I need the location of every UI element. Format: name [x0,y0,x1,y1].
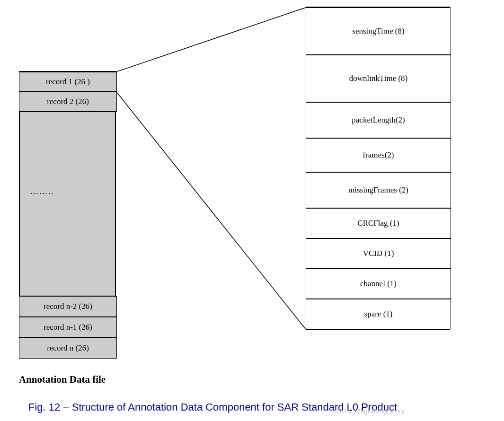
record-n-minus-2-cell: record n-2 (26) [19,296,117,317]
field-sensingtime-label: sensingTime (8) [352,26,404,36]
ellipsis-area: …….. [20,112,115,296]
record-structure-box: sensingTime (8) downlinkTime (8) packetL… [306,7,450,330]
diagram-container: record 1 (26 ) record 2 (26) …….. record… [0,0,504,421]
field-channel-label: channel (1) [360,279,397,289]
ellipsis-text: …….. [30,187,54,196]
field-frames: frames(2) [306,138,451,172]
field-vcid-label: VCID (1) [363,249,394,258]
record-1-label: record 1 (26 ) [46,77,90,87]
field-downlinktime: downlinkTime (8) [306,55,451,102]
record-n-minus-1-cell: record n-1 (26) [19,317,117,338]
record-2-cell: record 2 (26) [19,92,117,112]
record-n-minus-1-label: record n-1 (26) [44,323,92,332]
field-channel: channel (1) [306,269,451,299]
record-n-cell: record n (26) [19,338,117,359]
field-vcid: VCID (1) [306,238,451,269]
field-packetlength: packetLength(2) [306,102,451,138]
field-frames-label: frames(2) [363,150,394,160]
field-downlinktime-label: downlinkTime (8) [349,74,408,83]
field-crcflag-label: CRCFlag (1) [357,219,399,228]
field-missingframes-label: missingFrames (2) [348,185,408,195]
annotation-file-title: Annotation Data file [19,374,106,386]
field-crcflag: CRCFlag (1) [306,208,451,238]
field-sensingtime: sensingTime (8) [306,8,451,55]
record-n-label: record n (26) [47,343,89,353]
field-spare: spare (1) [306,299,451,329]
field-packetlength-label: packetLength(2) [352,115,405,125]
field-spare-label: spare (1) [364,309,393,319]
record-1-cell: record 1 (26 ) [19,72,117,92]
field-missingframes: missingFrames (2) [306,172,451,208]
watermark-text: CSDN @lightninghenry [331,407,405,415]
annotation-file-box: record 1 (26 ) record 2 (26) …….. record… [19,71,116,359]
svg-line-0 [116,8,306,72]
record-n-minus-2-label: record n-2 (26) [44,302,92,311]
svg-line-1 [116,91,306,329]
record-2-label: record 2 (26) [47,97,89,106]
